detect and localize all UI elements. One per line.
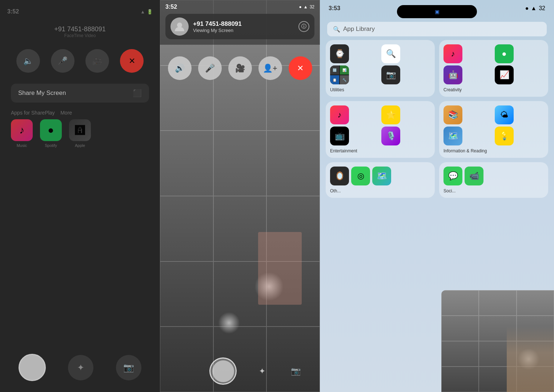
center-status-bar: 3:52 ● ▲ 32 [165,4,314,10]
photo-button[interactable]: 📷 [116,355,141,380]
camera-button[interactable]: 🎥 [85,49,109,73]
end-call-button[interactable]: ✕ [120,49,144,73]
right-dot: ● [525,5,529,12]
utilities-icons: ⌚ 🔍 🔢 📊 📋 🔧 📷 [330,44,430,84]
right-status-icons: ● ▲ 32 [525,5,545,12]
search-icon: 🔍 [333,26,340,33]
center-call-overlay: 3:52 ● ▲ 32 +91 7451-888091 Viewing My S… [160,0,320,45]
magnifier-icon: 🔍 [381,44,400,63]
right-phone-panel: ▣ 3:53 ● ▲ 32 🔍 App Library ⌚ 🔍 🔢 📊 📋 🔧 [320,0,554,392]
information-reading-label: Information & Reading [443,148,544,153]
calc-multi-icon: 🔢 📊 📋 🔧 [330,65,349,84]
spotify-creativity-icon: ● [495,44,514,63]
music-app-item[interactable]: ♪ Music [11,119,33,148]
more-link[interactable]: More [60,110,72,116]
facetime-icon: 📹 [465,167,483,185]
grid-cell [160,261,213,327]
caller-avatar [170,17,189,36]
utilities-label: Utilities [330,87,430,92]
creativity-label: Creativity [443,87,544,92]
camera-icon-util: 📷 [381,65,400,84]
center-shareplay-button[interactable]: 👤+ [258,56,282,80]
person-silhouette [507,327,554,392]
entertainment-icons: ♪ ⭐ 📺 🎙️ [330,105,430,145]
ai-icon: 🤖 [443,65,462,84]
left-bottom-controls: ✦ 📷 [0,354,160,381]
podcasts-icon: 🎙️ [381,127,400,145]
wifi-icon: ▲ [140,9,145,15]
center-star-btn[interactable]: ✦ [254,363,270,379]
apple-icon: 🅰 [69,119,91,141]
share-my-screen-label: Share My Screen [18,89,66,97]
entertainment-category[interactable]: ♪ ⭐ 📺 🎙️ Entertainment [326,101,435,158]
social-category[interactable]: 💬 📹 Soci... [439,162,548,198]
speaker-button[interactable]: 🔈 [16,49,40,73]
center-dot: ● [299,4,302,9]
left-call-sub: FaceTime Video [0,33,160,38]
center-status-icons: ● ▲ 32 [299,4,315,9]
info-reading-icons: 📚 🌤 🗺️ 💡 [443,105,544,145]
left-status-icons: ▲ 🔋 [140,9,153,15]
sg-cell [441,316,479,341]
share-screen-icon: ⬛ [133,89,142,97]
sg-cell [517,290,554,316]
star-button[interactable]: ✦ [68,355,93,380]
spotify-label: Spotify [45,143,57,148]
mirror-icon: 🪞 [330,167,349,185]
weather-icon: 🌤 [495,105,514,124]
star-ent-icon: ⭐ [381,105,400,124]
shareplay-apps-list: ♪ Music ● Spotify 🅰 Apple [0,119,160,148]
center-photo-btn[interactable]: 📷 [288,363,304,379]
music-label: Music [17,143,27,148]
caller-status: Viewing My Screen [193,28,294,33]
screenshot-overlay [441,290,554,392]
utilities-category[interactable]: ⌚ 🔍 🔢 📊 📋 🔧 📷 Utilities [326,40,435,97]
maps-icon: 🗺️ [372,167,391,185]
spotify-icon: ● [40,119,62,141]
app-library-search[interactable]: 🔍 App Library [327,22,547,36]
center-phone-panel: 3:52 ● ▲ 32 +91 7451-888091 Viewing My S… [160,0,320,392]
social-label: Soci... [443,188,544,193]
center-camera-button[interactable]: 🎥 [228,56,252,80]
grid-cell [213,131,267,196]
left-time: 3:52 [7,8,19,15]
battery-icon: 🔋 [147,9,153,15]
grid-cell [266,131,320,196]
app-library-grid: ⌚ 🔍 🔢 📊 📋 🔧 📷 Utilities ♪ ● 🤖 📈 Creat [326,40,548,198]
center-mic-button[interactable]: 🎤 [198,56,222,80]
center-shutter-button[interactable] [209,357,237,385]
share-my-screen-popup[interactable]: Share My Screen ⬛ [11,84,149,103]
books-icon: 📚 [443,105,462,124]
apple-app-item[interactable]: 🅰 Apple [69,119,91,148]
shutter-inner [212,360,234,382]
center-wifi: ▲ [304,4,308,9]
svg-point-0 [177,23,182,28]
music-ent-icon: ♪ [330,105,349,124]
center-time: 3:52 [165,4,177,10]
center-end-button[interactable]: ✕ [289,56,312,80]
spotify-app-item[interactable]: ● Spotify [40,119,62,148]
info-button[interactable]: ⓘ [298,21,309,32]
grid-cell [160,196,213,261]
caller-number: +91 7451-888091 [193,20,294,28]
mic-button[interactable]: 🎤 [51,49,75,73]
entertainment-label: Entertainment [330,148,430,153]
others-icons: 🪞 ◎ 🗺️ [330,167,430,185]
appletv-icon: 📺 [330,127,349,145]
sg-cell [441,341,479,367]
information-reading-category[interactable]: 📚 🌤 🗺️ 💡 Information & Reading [439,101,548,158]
music-creativity-icon: ♪ [443,44,462,63]
creativity-category[interactable]: ♪ ● 🤖 📈 Creativity [439,40,548,97]
shutter-button[interactable] [19,354,46,381]
center-speaker-button[interactable]: 🔊 [168,56,192,80]
center-bottom-controls: ✦ 📷 [160,357,320,385]
others-category[interactable]: 🪞 ◎ 🗺️ Oth... [326,162,435,198]
island-content: ▣ [435,9,439,15]
app-library-label: App Library [343,25,375,33]
apple-label: Apple [75,143,85,148]
caller-details: +91 7451-888091 Viewing My Screen [193,20,294,33]
center-call-controls: 🔊 🎤 🎥 👤+ ✕ [160,56,320,80]
object-in-scene [258,232,302,305]
caller-info-row: +91 7451-888091 Viewing My Screen ⓘ [165,14,314,39]
left-call-number: +91 7451-888091 [0,25,160,33]
